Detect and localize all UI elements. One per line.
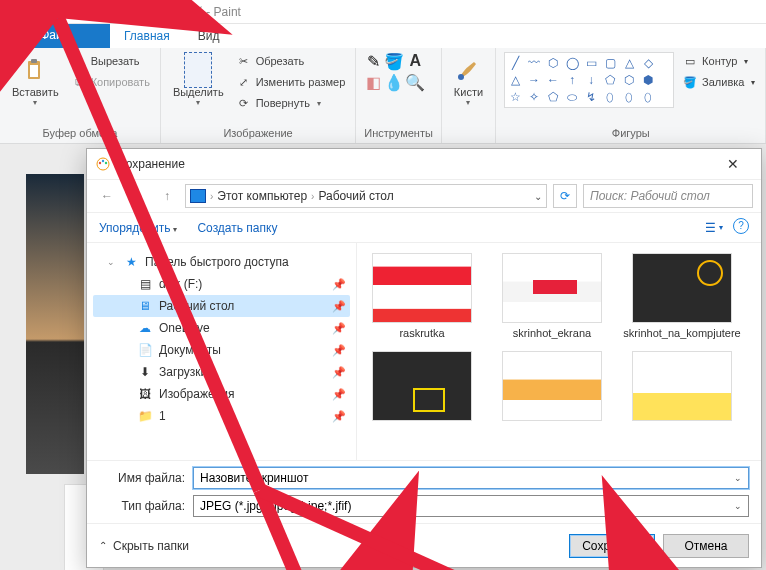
up-button[interactable]: ↑ [155,184,179,208]
tools-grid: ✎ 🪣 A ◧ 💧 🔍 [364,52,424,91]
svg-point-2 [13,7,16,10]
resize-label: Изменить размер [256,76,346,88]
dialog-footer: ⌃Скрыть папки Сохранить Отмена [87,523,761,567]
shapes-gallery[interactable]: ╱〰⬡◯▭▢△◇ △→←↑↓⬠⬡⬢ ☆✧⬠⬭↯⬯⬯⬯ [504,52,674,108]
picker-icon[interactable]: 💧 [385,73,403,91]
tree-documents[interactable]: 📄Документы📌 [93,339,350,361]
filename-label: Имя файла: [99,471,185,485]
tree-onedrive[interactable]: ☁OneDrive📌 [93,317,350,339]
chevron-down-icon: ⌄ [107,257,117,267]
thumbnail [632,351,732,421]
dialog-fields: Имя файла: Назовите скриншот⌄ Тип файла:… [87,460,761,523]
crumb-pc[interactable]: Этот компьютер [217,189,307,203]
cancel-button[interactable]: Отмена [663,534,749,558]
chevron-right-icon: › [210,191,213,202]
brushes-button[interactable]: Кисти ▾ [450,52,487,111]
svg-point-16 [102,160,104,162]
tree-pictures[interactable]: 🖼Изображения📌 [93,383,350,405]
svg-point-15 [99,162,101,164]
svg-rect-9 [30,65,38,77]
search-input[interactable]: Поиск: Рабочий стол [583,184,753,208]
svg-point-1 [10,9,13,12]
crop-button[interactable]: ✂Обрезать [234,52,348,70]
folder-icon: 📁 [137,408,153,424]
copy-label: Копировать [91,76,150,88]
tree-quick-access[interactable]: ⌄★Панель быстрого доступа [93,251,350,273]
pin-icon: 📌 [332,300,346,313]
close-button[interactable]: ✕ [713,156,753,172]
rotate-button[interactable]: ⟳Повернуть▾ [234,94,348,112]
back-button[interactable]: ← [95,184,119,208]
cut-icon: ✂ [71,53,87,69]
file-item[interactable] [497,351,607,425]
resize-icon: ⤢ [236,74,252,90]
cut-button[interactable]: ✂Вырезать [69,52,152,70]
save-icon[interactable] [28,4,44,20]
file-name: skrinhot_ekrana [513,327,591,339]
eraser-icon[interactable]: ◧ [364,73,382,91]
group-shapes: ╱〰⬡◯▭▢△◇ △→←↑↓⬠⬡⬢ ☆✧⬠⬭↯⬯⬯⬯ ▭Контур▾ 🪣Зал… [496,48,766,143]
zoom-icon[interactable]: 🔍 [406,73,424,91]
help-button[interactable]: ? [733,218,749,234]
redo-icon[interactable] [72,4,88,20]
tree-desktop[interactable]: 🖥Рабочий стол📌 [93,295,350,317]
view-button[interactable]: ☰▾ [705,218,725,238]
qat-customize-icon[interactable]: ▾ [94,4,110,20]
paint-icon [95,156,111,172]
select-button[interactable]: Выделить ▾ [169,52,228,111]
forward-button[interactable]: → [125,184,149,208]
caret-down-icon: ▾ [33,98,37,107]
tree-folder-1[interactable]: 📁1📌 [93,405,350,427]
breadcrumb[interactable]: › Этот компьютер › Рабочий стол ⌄ [185,184,547,208]
desktop-icon: 🖥 [137,298,153,314]
caret-down-icon: ▾ [317,99,321,108]
ribbon: Вставить ▾ ✂Вырезать ⧉Копировать Буфер о… [0,48,766,144]
organize-button[interactable]: Упорядочить▾ [99,221,177,235]
hide-folders-button[interactable]: ⌃Скрыть папки [99,539,189,553]
organize-label: Упорядочить [99,221,170,235]
paste-icon [21,56,49,84]
tree-disk[interactable]: ▤disk (F:)📌 [93,273,350,295]
filetype-select[interactable]: JPEG (*.jpg;*.jpeg;*.jpe;*.jfif)⌄ [193,495,749,517]
undo-icon[interactable] [50,4,66,20]
file-item[interactable]: raskrutka [367,253,477,339]
dropdown-icon[interactable]: ⌄ [730,498,746,514]
search-placeholder: Поиск: Рабочий стол [590,189,710,203]
dropdown-icon[interactable]: ⌄ [730,470,746,486]
group-clipboard: Вставить ▾ ✂Вырезать ⧉Копировать Буфер о… [0,48,161,143]
newfolder-button[interactable]: Создать папку [197,221,277,235]
resize-button[interactable]: ⤢Изменить размер [234,73,348,91]
pin-icon: 📌 [332,366,346,379]
tab-home[interactable]: Главная [110,24,184,48]
pictures-icon: 🖼 [137,386,153,402]
tab-file[interactable]: Файл [0,24,110,48]
thumbnail [372,351,472,421]
pin-icon: 📌 [332,278,346,291]
crumb-desktop[interactable]: Рабочий стол [318,189,393,203]
filename-input[interactable]: Назовите скриншот⌄ [193,467,749,489]
save-button[interactable]: Сохранить [569,534,655,558]
file-item[interactable]: skrinhot_na_kompjutere [627,253,737,339]
svg-rect-5 [32,7,40,11]
svg-point-3 [16,9,19,12]
file-item[interactable] [367,351,477,425]
dialog-body: ⌄★Панель быстрого доступа ▤disk (F:)📌 🖥Р… [87,243,761,460]
tab-view[interactable]: Вид [184,24,234,48]
file-item[interactable]: skrinhot_ekrana [497,253,607,339]
dialog-nav: ← → ↑ › Этот компьютер › Рабочий стол ⌄ … [87,179,761,213]
copy-button[interactable]: ⧉Копировать [69,73,152,91]
chevron-right-icon: › [311,191,314,202]
window-title: Безымянный - Paint [131,5,241,19]
refresh-button[interactable]: ⟳ [553,184,577,208]
dropdown-icon[interactable]: ⌄ [534,191,542,202]
text-icon[interactable]: A [406,52,424,70]
group-tools-label: Инструменты [364,125,433,141]
fill-button[interactable]: 🪣Заливка▾ [680,73,757,91]
bucket-icon[interactable]: 🪣 [385,52,403,70]
tree-downloads[interactable]: ⬇Загрузки📌 [93,361,350,383]
paste-button[interactable]: Вставить ▾ [8,52,63,111]
file-item[interactable] [627,351,737,425]
pencil-icon[interactable]: ✎ [364,52,382,70]
outline-button[interactable]: ▭Контур▾ [680,52,757,70]
tree-label: OneDrive [159,321,210,335]
